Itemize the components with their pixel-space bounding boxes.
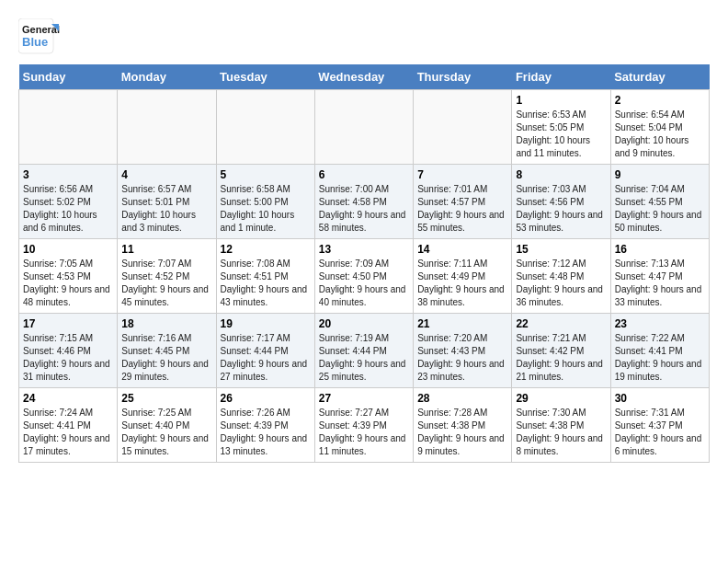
calendar-cell-w1-d6: 1Sunrise: 6:53 AM Sunset: 5:05 PM Daylig… xyxy=(512,90,610,165)
day-info: Sunrise: 6:56 AM Sunset: 5:02 PM Dayligh… xyxy=(23,183,113,235)
calendar-cell-w4-d4: 20Sunrise: 7:19 AM Sunset: 4:44 PM Dayli… xyxy=(314,314,413,388)
week-row-5: 24Sunrise: 7:24 AM Sunset: 4:41 PM Dayli… xyxy=(19,388,710,463)
day-number: 14 xyxy=(417,243,507,256)
day-number: 2 xyxy=(615,94,705,107)
week-row-1: 1Sunrise: 6:53 AM Sunset: 5:05 PM Daylig… xyxy=(19,90,710,165)
day-info: Sunrise: 7:24 AM Sunset: 4:41 PM Dayligh… xyxy=(23,407,113,458)
day-info: Sunrise: 7:12 AM Sunset: 4:48 PM Dayligh… xyxy=(516,258,606,309)
day-number: 28 xyxy=(417,392,507,405)
week-row-2: 3Sunrise: 6:56 AM Sunset: 5:02 PM Daylig… xyxy=(19,165,710,239)
svg-text:Blue: Blue xyxy=(22,35,48,49)
calendar-cell-w4-d2: 18Sunrise: 7:16 AM Sunset: 4:45 PM Dayli… xyxy=(118,314,216,388)
calendar-cell-w2-d7: 9Sunrise: 7:04 AM Sunset: 4:55 PM Daylig… xyxy=(610,165,709,239)
day-info: Sunrise: 7:07 AM Sunset: 4:52 PM Dayligh… xyxy=(121,258,211,309)
day-info: Sunrise: 7:04 AM Sunset: 4:55 PM Dayligh… xyxy=(615,183,705,235)
day-info: Sunrise: 7:27 AM Sunset: 4:39 PM Dayligh… xyxy=(319,407,409,458)
day-info: Sunrise: 7:01 AM Sunset: 4:57 PM Dayligh… xyxy=(417,183,507,235)
day-number: 16 xyxy=(615,243,705,256)
day-info: Sunrise: 7:00 AM Sunset: 4:58 PM Dayligh… xyxy=(319,183,409,235)
calendar-cell-w1-d2 xyxy=(118,90,216,165)
day-info: Sunrise: 7:17 AM Sunset: 4:44 PM Dayligh… xyxy=(221,332,311,384)
day-number: 18 xyxy=(121,317,211,330)
calendar-cell-w2-d2: 4Sunrise: 6:57 AM Sunset: 5:01 PM Daylig… xyxy=(118,165,216,239)
day-info: Sunrise: 6:54 AM Sunset: 5:04 PM Dayligh… xyxy=(615,109,705,160)
day-number: 10 xyxy=(23,243,113,256)
day-number: 9 xyxy=(615,168,705,181)
calendar-cell-w3-d6: 15Sunrise: 7:12 AM Sunset: 4:48 PM Dayli… xyxy=(512,239,610,314)
weekday-friday: Friday xyxy=(512,64,610,90)
logo: General Blue xyxy=(18,18,63,55)
day-number: 3 xyxy=(23,168,113,181)
day-number: 4 xyxy=(121,168,211,181)
calendar-cell-w5-d5: 28Sunrise: 7:28 AM Sunset: 4:38 PM Dayli… xyxy=(414,388,512,463)
day-number: 8 xyxy=(516,168,606,181)
calendar-cell-w2-d5: 7Sunrise: 7:01 AM Sunset: 4:57 PM Daylig… xyxy=(414,165,512,239)
day-info: Sunrise: 6:57 AM Sunset: 5:01 PM Dayligh… xyxy=(121,183,211,235)
day-number: 29 xyxy=(516,392,606,405)
day-info: Sunrise: 7:26 AM Sunset: 4:39 PM Dayligh… xyxy=(221,407,311,458)
calendar-cell-w3-d7: 16Sunrise: 7:13 AM Sunset: 4:47 PM Dayli… xyxy=(610,239,709,314)
day-info: Sunrise: 7:19 AM Sunset: 4:44 PM Dayligh… xyxy=(319,332,409,384)
day-number: 15 xyxy=(516,243,606,256)
weekday-tuesday: Tuesday xyxy=(216,64,314,90)
day-info: Sunrise: 7:11 AM Sunset: 4:49 PM Dayligh… xyxy=(417,258,507,309)
calendar-cell-w2-d4: 6Sunrise: 7:00 AM Sunset: 4:58 PM Daylig… xyxy=(314,165,413,239)
day-number: 7 xyxy=(417,168,507,181)
day-number: 27 xyxy=(319,392,409,405)
day-number: 23 xyxy=(615,317,705,330)
calendar-cell-w5-d4: 27Sunrise: 7:27 AM Sunset: 4:39 PM Dayli… xyxy=(314,388,413,463)
day-number: 24 xyxy=(23,392,113,405)
day-info: Sunrise: 7:13 AM Sunset: 4:47 PM Dayligh… xyxy=(615,258,705,309)
day-info: Sunrise: 7:20 AM Sunset: 4:43 PM Dayligh… xyxy=(417,332,507,384)
calendar-cell-w4-d6: 22Sunrise: 7:21 AM Sunset: 4:42 PM Dayli… xyxy=(512,314,610,388)
calendar-cell-w4-d7: 23Sunrise: 7:22 AM Sunset: 4:41 PM Dayli… xyxy=(610,314,709,388)
weekday-wednesday: Wednesday xyxy=(314,64,413,90)
calendar-cell-w3-d2: 11Sunrise: 7:07 AM Sunset: 4:52 PM Dayli… xyxy=(118,239,216,314)
calendar-cell-w1-d3 xyxy=(216,90,314,165)
calendar-cell-w5-d1: 24Sunrise: 7:24 AM Sunset: 4:41 PM Dayli… xyxy=(19,388,118,463)
day-info: Sunrise: 6:53 AM Sunset: 5:05 PM Dayligh… xyxy=(516,109,606,160)
weekday-sunday: Sunday xyxy=(19,64,118,90)
calendar-cell-w5-d7: 30Sunrise: 7:31 AM Sunset: 4:37 PM Dayli… xyxy=(610,388,709,463)
calendar-cell-w1-d1 xyxy=(19,90,118,165)
day-number: 5 xyxy=(221,168,311,181)
day-number: 19 xyxy=(221,317,311,330)
weekday-thursday: Thursday xyxy=(414,64,512,90)
week-row-4: 17Sunrise: 7:15 AM Sunset: 4:46 PM Dayli… xyxy=(19,314,710,388)
day-number: 20 xyxy=(319,317,409,330)
day-info: Sunrise: 6:58 AM Sunset: 5:00 PM Dayligh… xyxy=(221,183,311,235)
day-info: Sunrise: 7:09 AM Sunset: 4:50 PM Dayligh… xyxy=(319,258,409,309)
page-header: General Blue xyxy=(18,18,710,55)
calendar-cell-w4-d5: 21Sunrise: 7:20 AM Sunset: 4:43 PM Dayli… xyxy=(414,314,512,388)
week-row-3: 10Sunrise: 7:05 AM Sunset: 4:53 PM Dayli… xyxy=(19,239,710,314)
day-number: 13 xyxy=(319,243,409,256)
day-info: Sunrise: 7:03 AM Sunset: 4:56 PM Dayligh… xyxy=(516,183,606,235)
day-info: Sunrise: 7:22 AM Sunset: 4:41 PM Dayligh… xyxy=(615,332,705,384)
day-info: Sunrise: 7:15 AM Sunset: 4:46 PM Dayligh… xyxy=(23,332,113,384)
day-info: Sunrise: 7:25 AM Sunset: 4:40 PM Dayligh… xyxy=(121,407,211,458)
calendar-table: SundayMondayTuesdayWednesdayThursdayFrid… xyxy=(18,64,710,463)
calendar-cell-w5-d3: 26Sunrise: 7:26 AM Sunset: 4:39 PM Dayli… xyxy=(216,388,314,463)
calendar-cell-w5-d2: 25Sunrise: 7:25 AM Sunset: 4:40 PM Dayli… xyxy=(118,388,216,463)
day-info: Sunrise: 7:21 AM Sunset: 4:42 PM Dayligh… xyxy=(516,332,606,384)
day-info: Sunrise: 7:31 AM Sunset: 4:37 PM Dayligh… xyxy=(615,407,705,458)
day-info: Sunrise: 7:30 AM Sunset: 4:38 PM Dayligh… xyxy=(516,407,606,458)
day-info: Sunrise: 7:05 AM Sunset: 4:53 PM Dayligh… xyxy=(23,258,113,309)
day-number: 30 xyxy=(615,392,705,405)
calendar-cell-w4-d1: 17Sunrise: 7:15 AM Sunset: 4:46 PM Dayli… xyxy=(19,314,118,388)
calendar-cell-w5-d6: 29Sunrise: 7:30 AM Sunset: 4:38 PM Dayli… xyxy=(512,388,610,463)
calendar-cell-w1-d4 xyxy=(314,90,413,165)
day-number: 6 xyxy=(319,168,409,181)
logo-svg: General Blue xyxy=(18,18,63,55)
day-info: Sunrise: 7:28 AM Sunset: 4:38 PM Dayligh… xyxy=(417,407,507,458)
calendar-cell-w3-d4: 13Sunrise: 7:09 AM Sunset: 4:50 PM Dayli… xyxy=(314,239,413,314)
day-info: Sunrise: 7:08 AM Sunset: 4:51 PM Dayligh… xyxy=(221,258,311,309)
weekday-monday: Monday xyxy=(118,64,216,90)
weekday-header-row: SundayMondayTuesdayWednesdayThursdayFrid… xyxy=(19,64,710,90)
calendar-cell-w3-d5: 14Sunrise: 7:11 AM Sunset: 4:49 PM Dayli… xyxy=(414,239,512,314)
day-number: 17 xyxy=(23,317,113,330)
day-number: 11 xyxy=(121,243,211,256)
calendar-cell-w1-d7: 2Sunrise: 6:54 AM Sunset: 5:04 PM Daylig… xyxy=(610,90,709,165)
calendar-cell-w3-d3: 12Sunrise: 7:08 AM Sunset: 4:51 PM Dayli… xyxy=(216,239,314,314)
calendar-cell-w2-d1: 3Sunrise: 6:56 AM Sunset: 5:02 PM Daylig… xyxy=(19,165,118,239)
